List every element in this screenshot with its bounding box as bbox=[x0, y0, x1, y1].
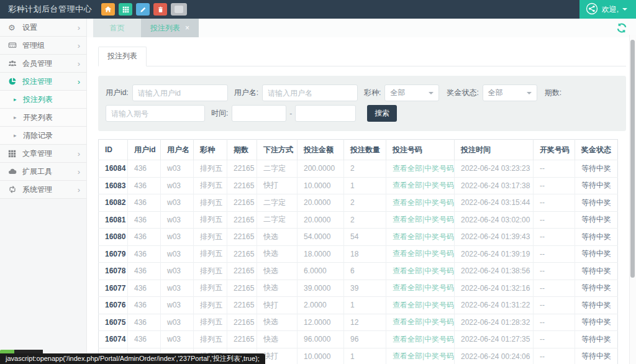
win-number-link[interactable]: 中奖号码 bbox=[424, 249, 454, 258]
cell-id: 16083 bbox=[99, 177, 128, 194]
view-all-link[interactable]: 查看全部 bbox=[393, 266, 422, 275]
cell-prize-status: 等待中奖 bbox=[575, 297, 618, 314]
view-all-link[interactable]: 查看全部 bbox=[393, 301, 422, 309]
sidebar-item-draw-list[interactable]: ▸ 开奖列表 bbox=[0, 109, 86, 127]
win-number-link[interactable]: 中奖号码 bbox=[424, 301, 454, 309]
cell-method: 二字定 bbox=[257, 194, 298, 212]
table-header-row: ID用户id用户名彩种期数下注方式投注金额投注数量投注号码投注时间开奖号码奖金状… bbox=[99, 140, 618, 160]
cell-lottery: 排列五 bbox=[194, 314, 227, 331]
win-number-link[interactable]: 中奖号码 bbox=[424, 352, 454, 360]
column-header-0: ID bbox=[99, 140, 128, 160]
cell-userid: 436 bbox=[128, 331, 161, 348]
win-number-link[interactable]: 中奖号码 bbox=[424, 266, 454, 275]
table-body: 16084436w03排列五22165二字定200.00002查看全部|中奖号码… bbox=[99, 160, 618, 364]
sidebar-item-system[interactable]: 系统管理 › bbox=[0, 181, 86, 199]
time-separator: - bbox=[289, 109, 292, 118]
prize-status-select[interactable]: 全部 bbox=[483, 84, 537, 101]
view-all-link[interactable]: 查看全部 bbox=[393, 164, 422, 173]
sidebar-item-articles[interactable]: 文章管理 › bbox=[0, 145, 86, 163]
view-all-link[interactable]: 查看全部 bbox=[393, 335, 422, 344]
view-all-link[interactable]: 查看全部 bbox=[393, 283, 422, 292]
delete-button[interactable] bbox=[153, 3, 167, 16]
cell-bet-time: 2022-06-24 01:39:43 bbox=[455, 229, 534, 246]
home-button[interactable] bbox=[101, 3, 115, 16]
view-all-link[interactable]: 查看全部 bbox=[393, 249, 422, 258]
cell-period: 22165 bbox=[227, 177, 257, 194]
table-row: 16083436w03排列五22165快打10.00001查看全部|中奖号码20… bbox=[99, 177, 618, 194]
period-input[interactable] bbox=[106, 105, 205, 122]
cell-draw-number: -- bbox=[534, 194, 575, 212]
win-number-link[interactable]: 中奖号码 bbox=[424, 335, 454, 344]
sidebar-item-betting[interactable]: 投注管理 › bbox=[0, 73, 86, 91]
cell-count: 39 bbox=[344, 280, 386, 297]
betting-table: ID用户id用户名彩种期数下注方式投注金额投注数量投注号码投注时间开奖号码奖金状… bbox=[98, 139, 618, 364]
view-all-link[interactable]: 查看全部 bbox=[393, 181, 422, 189]
view-all-link[interactable]: 查看全部 bbox=[393, 232, 422, 241]
tab-betting-list[interactable]: 投注列表 × bbox=[141, 19, 199, 37]
scrollbar-thumb[interactable] bbox=[630, 40, 635, 278]
cell-prize-status: 等待中奖 bbox=[575, 245, 618, 263]
th-grid-icon bbox=[8, 150, 20, 158]
sidebar-item-clear-records[interactable]: ▸ 清除记录 bbox=[0, 127, 86, 145]
cell-lottery: 排列五 bbox=[194, 297, 227, 314]
cell-id: 16077 bbox=[99, 280, 128, 297]
cell-username: w03 bbox=[161, 245, 194, 263]
cell-amount: 10.0000 bbox=[298, 177, 344, 194]
caret-right-icon: ▸ bbox=[14, 96, 21, 102]
cell-bet-time: 2022-06-24 01:31:22 bbox=[455, 297, 534, 314]
search-button[interactable]: 搜索 bbox=[367, 105, 397, 122]
cell-prize-status: 等待中奖 bbox=[575, 331, 618, 348]
cell-prize-status: 等待中奖 bbox=[575, 263, 618, 280]
view-all-link[interactable]: 查看全部 bbox=[393, 215, 422, 224]
sidebar-item-betting-list[interactable]: ▸ 投注列表 bbox=[0, 91, 86, 109]
list-button[interactable] bbox=[171, 3, 187, 16]
sidebar-item-admin-group[interactable]: 管理组 › bbox=[0, 37, 86, 55]
edit-button[interactable] bbox=[136, 3, 150, 16]
user-menu[interactable]: 欢迎, bbox=[579, 0, 636, 19]
lottery-select[interactable]: 全部 bbox=[384, 84, 439, 101]
group-box-icon bbox=[8, 41, 20, 50]
win-number-link[interactable]: 中奖号码 bbox=[424, 283, 454, 292]
time-end-input[interactable] bbox=[295, 105, 356, 122]
cell-method: 二字定 bbox=[257, 160, 298, 178]
win-number-link[interactable]: 中奖号码 bbox=[424, 232, 454, 241]
sidebar-item-members[interactable]: 会员管理 › bbox=[0, 55, 86, 73]
tab-home[interactable]: 首页 bbox=[93, 19, 141, 37]
cell-period: 22165 bbox=[227, 280, 257, 297]
username-input[interactable] bbox=[262, 84, 358, 101]
win-number-link[interactable]: 中奖号码 bbox=[424, 181, 454, 189]
view-all-link[interactable]: 查看全部 bbox=[393, 198, 422, 207]
refresh-icon[interactable] bbox=[616, 22, 627, 34]
cell-draw-number: -- bbox=[534, 297, 575, 314]
content-area: 首页 投注列表 × 投注列表 用户id: 用户名: 彩种: bbox=[87, 19, 636, 364]
cell-lottery: 排列五 bbox=[194, 177, 227, 194]
sidebar-item-extensions[interactable]: 扩展工具 › bbox=[0, 163, 86, 181]
time-start-input[interactable] bbox=[232, 105, 286, 122]
view-all-link[interactable]: 查看全部 bbox=[393, 352, 422, 360]
cell-draw-number: -- bbox=[534, 229, 575, 246]
period-label: 期数: bbox=[545, 88, 561, 98]
cell-lottery: 排列五 bbox=[194, 229, 227, 246]
scrollbar[interactable] bbox=[629, 35, 636, 364]
view-all-link[interactable]: 查看全部 bbox=[393, 317, 422, 326]
status-bar-link-preview: javascript:openapp('/index.php/Portal/Ad… bbox=[0, 353, 265, 364]
win-number-link[interactable]: 中奖号码 bbox=[424, 164, 454, 173]
chevron-right-icon: › bbox=[78, 167, 80, 176]
table-row: 16081436w03排列五22165二字定20.00002查看全部|中奖号码2… bbox=[99, 211, 618, 229]
sidebar-item-settings[interactable]: ⚙ 设置 › bbox=[0, 19, 86, 37]
cell-id: 16080 bbox=[99, 229, 128, 246]
win-number-link[interactable]: 中奖号码 bbox=[424, 215, 454, 224]
caret-down-icon bbox=[622, 8, 627, 11]
column-header-1: 用户id bbox=[128, 140, 161, 160]
cell-bet-time: 2022-06-24 01:28:32 bbox=[455, 314, 534, 331]
cell-amount: 39.0000 bbox=[298, 280, 344, 297]
column-header-7: 投注数量 bbox=[344, 140, 386, 160]
win-number-link[interactable]: 中奖号码 bbox=[424, 198, 454, 207]
panel-tab-betting-list[interactable]: 投注列表 bbox=[98, 47, 147, 66]
chevron-right-icon: › bbox=[78, 149, 80, 158]
cell-prize-status: 等待中奖 bbox=[575, 160, 618, 178]
apps-button[interactable] bbox=[119, 3, 132, 16]
win-number-link[interactable]: 中奖号码 bbox=[424, 317, 454, 326]
close-icon[interactable]: × bbox=[185, 24, 189, 32]
userid-input[interactable] bbox=[132, 84, 228, 101]
